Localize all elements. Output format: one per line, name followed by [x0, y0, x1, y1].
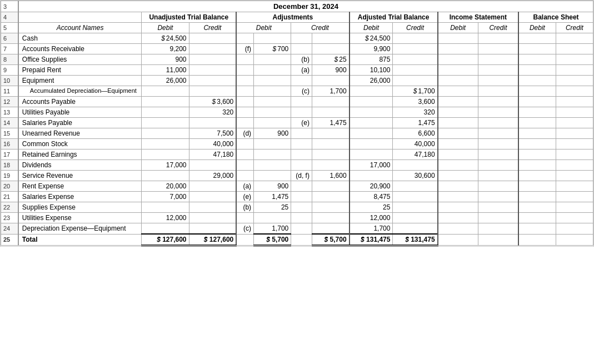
adj-debit-cell: 25 [254, 202, 291, 213]
bs-debit-label: Debit [518, 23, 556, 33]
adj-label-debit [236, 65, 253, 76]
row-num-25: 25 [1, 234, 18, 246]
adj-label-debit [236, 54, 253, 65]
account-name-cell: Prepaid Rent [18, 65, 142, 76]
total-is-credit [478, 234, 518, 246]
adj-credit-cell: 1,600 [312, 171, 349, 181]
bs-debit-cell [518, 54, 556, 65]
row-num-16: 16 [1, 139, 18, 149]
bs-credit-cell [556, 139, 593, 149]
account-name-cell: Supplies Expense [18, 202, 142, 213]
account-name-cell: Depreciation Expense—Equipment [18, 223, 142, 235]
utb-credit-cell [189, 160, 236, 171]
is-debit-cell [438, 54, 478, 65]
adj-credit-cell [312, 149, 349, 160]
utb-debit-cell [142, 107, 189, 118]
atb-credit-cell: 30,600 [393, 171, 438, 181]
adj-label-credit [291, 181, 312, 192]
is-credit-cell [478, 160, 518, 171]
is-debit-cell [438, 118, 478, 128]
atb-credit-cell [393, 33, 438, 44]
is-debit-cell [438, 213, 478, 223]
adj-label-credit [291, 128, 312, 139]
atb-debit-cell [350, 149, 393, 160]
utb-credit-cell: 47,180 [189, 149, 236, 160]
adj-trial-balance-header: Adjusted Trial Balance [350, 12, 438, 23]
adj-label-credit: (b) [291, 54, 312, 65]
adj-label-debit [236, 171, 253, 181]
utb-debit-cell: 11,000 [142, 65, 189, 76]
account-name-cell: Accounts Receivable [18, 44, 142, 54]
adj-label-debit [236, 118, 253, 128]
adj-credit-label: Credit [291, 23, 350, 33]
table-row: 21Salaries Expense7,000(e)1,4758,475 [1, 192, 593, 202]
bs-credit-cell [556, 149, 593, 160]
bs-credit-cell [556, 213, 593, 223]
account-name-cell: Retained Earnings [18, 149, 142, 160]
adj-label-debit [236, 160, 253, 171]
bs-debit-cell [518, 44, 556, 54]
account-names-header-spacer [18, 12, 142, 23]
row-num-8: 8 [1, 54, 18, 65]
is-debit-cell [438, 107, 478, 118]
bs-credit-cell [556, 33, 593, 44]
adj-debit-cell [254, 171, 291, 181]
total-adj-lbl-c [291, 234, 312, 246]
atb-debit-cell: 10,100 [350, 65, 393, 76]
utb-debit-cell: 20,000 [142, 181, 189, 192]
bs-debit-cell [518, 107, 556, 118]
atb-debit-cell: $24,500 [350, 33, 393, 44]
utb-debit-cell: $24,500 [142, 33, 189, 44]
adj-label-debit [236, 139, 253, 149]
atb-debit-cell: 20,900 [350, 181, 393, 192]
is-credit-cell [478, 65, 518, 76]
adj-credit-cell: $25 [312, 54, 349, 65]
adj-debit-cell [254, 65, 291, 76]
atb-credit-cell [393, 160, 438, 171]
table-row: 7Accounts Receivable9,200(f)$7009,900 [1, 44, 593, 54]
worksheet-table: 3 December 31, 2024 4 Unadjusted Trial B… [1, 1, 593, 246]
row-num-15: 15 [1, 128, 18, 139]
bs-credit-cell [556, 97, 593, 107]
table-row: 23Utilities Expense12,00012,000 [1, 213, 593, 223]
row-num-9: 9 [1, 65, 18, 76]
utb-debit-cell [142, 202, 189, 213]
row-num-13: 13 [1, 107, 18, 118]
bs-debit-cell [518, 128, 556, 139]
utb-debit-cell [142, 139, 189, 149]
adj-label-credit: (d, f) [291, 171, 312, 181]
row-num-11: 11 [1, 86, 18, 97]
atb-credit-cell [393, 181, 438, 192]
is-credit-label: Credit [478, 23, 518, 33]
account-name-cell: Salaries Payable [18, 118, 142, 128]
utb-credit-cell [189, 76, 236, 86]
adj-credit-cell [312, 128, 349, 139]
atb-credit-cell: 6,600 [393, 128, 438, 139]
title-row: 3 December 31, 2024 [1, 1, 593, 12]
atb-debit-cell [350, 107, 393, 118]
row-num-24: 24 [1, 223, 18, 235]
atb-credit-cell: 3,600 [393, 97, 438, 107]
bs-credit-cell [556, 65, 593, 76]
adj-label-debit [236, 86, 253, 97]
total-utb-debit: $ 127,600 [142, 234, 189, 246]
utb-credit-cell [189, 44, 236, 54]
bs-debit-cell [518, 213, 556, 223]
atb-debit-cell: 1,700 [350, 223, 393, 235]
is-credit-cell [478, 44, 518, 54]
adjustments-header: Adjustments [236, 12, 349, 23]
bs-credit-cell [556, 202, 593, 213]
utb-credit-cell [189, 223, 236, 235]
adj-label-debit [236, 76, 253, 86]
utb-credit-label: Credit [189, 23, 236, 33]
account-name-cell: Utilities Expense [18, 213, 142, 223]
utb-credit-cell [189, 118, 236, 128]
atb-debit-cell: 9,900 [350, 44, 393, 54]
is-debit-cell [438, 149, 478, 160]
utb-credit-cell [189, 33, 236, 44]
utb-credit-cell: 7,500 [189, 128, 236, 139]
is-debit-label: Debit [438, 23, 478, 33]
bs-debit-cell [518, 202, 556, 213]
bs-credit-cell [556, 54, 593, 65]
sub-header-row: 5 Account Names Debit Credit Debit Credi… [1, 23, 593, 33]
